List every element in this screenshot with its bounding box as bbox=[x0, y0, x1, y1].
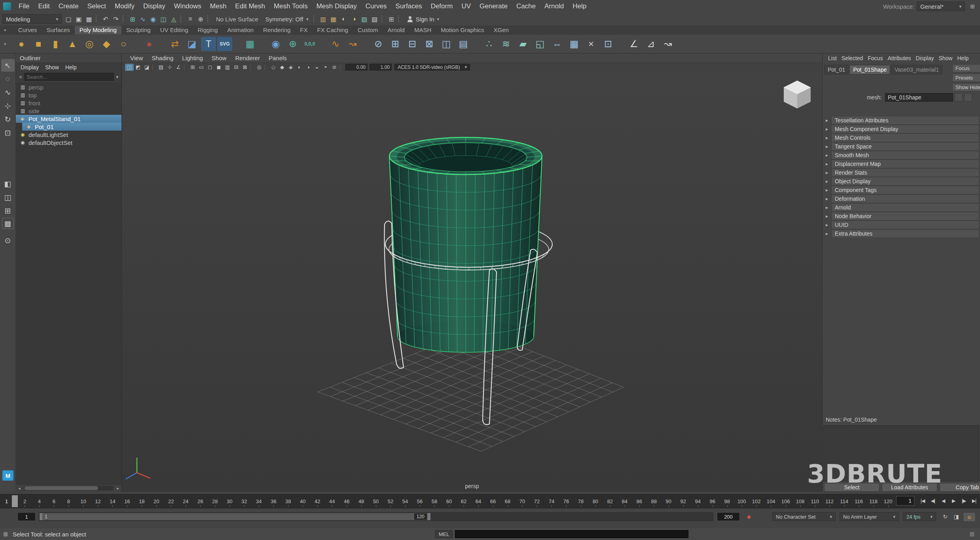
outliner-scrollbar[interactable]: ◂ ▸ bbox=[16, 484, 121, 492]
no-live-surface-label[interactable]: No Live Surface bbox=[212, 16, 262, 23]
snap-together-icon[interactable]: ⊕ bbox=[285, 36, 301, 52]
wireframe-icon[interactable]: ◇ bbox=[269, 64, 278, 71]
shelf-tab-poly-modeling[interactable]: Poly Modeling bbox=[75, 26, 121, 34]
select-tool[interactable]: ↖ bbox=[1, 59, 15, 72]
attribute-editor-menu-item[interactable]: Display bbox=[914, 55, 936, 61]
paint-effects-icon[interactable]: ▧ bbox=[370, 14, 380, 24]
attribute-editor-menu-item[interactable]: Attributes bbox=[885, 55, 913, 61]
attribute-section[interactable]: ▸ Tessellation Attributes bbox=[823, 116, 979, 124]
make-live-icon[interactable]: ◬ bbox=[169, 14, 179, 24]
attribute-section[interactable]: ▸ Deformation bbox=[823, 195, 979, 203]
loop-playback-icon[interactable]: ↻ bbox=[940, 512, 950, 521]
time-slider[interactable]: 1 24681012141618202224262830323436384042… bbox=[0, 494, 980, 508]
shelf-tab-fx[interactable]: FX bbox=[295, 26, 312, 34]
shelf-tab-xgen[interactable]: XGen bbox=[489, 26, 513, 34]
range-handle-right[interactable] bbox=[428, 513, 430, 520]
layout-single-pane[interactable]: ◧ bbox=[1, 177, 15, 190]
attribute-editor-button[interactable]: Load Attributes bbox=[882, 483, 937, 492]
snap-to-plane-icon[interactable]: ◫ bbox=[158, 14, 169, 24]
pencil-curve-icon[interactable]: ↝ bbox=[345, 36, 360, 52]
vertex-mode-icon[interactable]: ∴ bbox=[481, 36, 497, 52]
symmetry-icon[interactable]: ⇔ bbox=[549, 36, 565, 52]
sign-in-button[interactable]: Sign In ▾ bbox=[403, 16, 443, 23]
shadows-icon[interactable]: ◑ bbox=[304, 64, 313, 71]
lattice-icon[interactable]: ▦ bbox=[566, 36, 582, 52]
hide-attributes-icon[interactable] bbox=[955, 93, 963, 101]
zero-transform-icon[interactable]: 0,0,0 bbox=[302, 36, 318, 52]
attribute-section[interactable]: ▸ Mesh Component Display bbox=[823, 125, 979, 133]
menubar-item[interactable]: Display bbox=[139, 2, 170, 10]
poly-sphere-icon[interactable]: ● bbox=[13, 36, 29, 52]
poly-torus-icon[interactable]: ◎ bbox=[82, 36, 97, 52]
section-header[interactable]: Object Display bbox=[831, 177, 979, 186]
shelf-tab-rendering[interactable]: Rendering bbox=[258, 26, 295, 34]
playback-start-field[interactable]: 1 bbox=[17, 512, 36, 521]
command-line-input[interactable] bbox=[455, 530, 688, 538]
attribute-section[interactable]: ▸ Displacement Map bbox=[823, 160, 979, 168]
outliner-item-defaultlightset[interactable]: ◉ defaultLightSet bbox=[16, 131, 121, 139]
shelf-tab-mash[interactable]: MASH bbox=[409, 26, 436, 34]
expand-arrow-icon[interactable]: ▸ bbox=[823, 231, 831, 236]
menu-set-select[interactable]: Modeling ▾ bbox=[2, 14, 62, 24]
poly-cube-icon[interactable]: ■ bbox=[30, 36, 46, 52]
expand-arrow-icon[interactable]: ▸ bbox=[823, 222, 831, 228]
shelf-tab-arnold[interactable]: Arnold bbox=[383, 26, 409, 34]
expand-arrow-icon[interactable]: ▸ bbox=[823, 187, 831, 193]
mirror-icon[interactable]: ⇄ bbox=[167, 36, 183, 52]
outliner-item-front[interactable]: ▥ front bbox=[16, 99, 121, 107]
outliner-item-pot-metalstand[interactable]: ◈ Pot_MetalStand_01 bbox=[16, 115, 121, 123]
snap-to-curve-icon[interactable]: ∿ bbox=[138, 14, 148, 24]
view-transform-select[interactable]: ACES 1.0 SDR-video (sRGB) ▾ bbox=[394, 64, 470, 70]
outliner-menu-item[interactable]: Display bbox=[17, 64, 42, 70]
sculpt-tool-icon[interactable]: ● bbox=[141, 36, 157, 52]
shelf-options-icon[interactable]: ▾ bbox=[4, 28, 6, 33]
expand-arrow-icon[interactable]: ▸ bbox=[823, 126, 831, 132]
filter-menu-icon[interactable]: ≡ bbox=[19, 74, 22, 80]
range-handle-left[interactable] bbox=[40, 513, 42, 520]
expand-arrow-icon[interactable]: ▸ bbox=[823, 144, 831, 149]
outliner-item-side[interactable]: ▥ side bbox=[16, 107, 121, 115]
new-scene-icon[interactable]: ▢ bbox=[63, 14, 74, 24]
scrollbar-thumb[interactable] bbox=[25, 486, 98, 490]
menubar-item[interactable]: File bbox=[14, 2, 34, 10]
attribute-section[interactable]: ▸ Component Tags bbox=[823, 186, 979, 194]
measure-icon[interactable]: ⊿ bbox=[643, 36, 659, 52]
attribute-editor-button[interactable]: Select bbox=[824, 483, 880, 492]
attribute-section[interactable]: ▸ Mesh Controls bbox=[823, 134, 979, 142]
outliner-item-persp[interactable]: ▥ persp bbox=[16, 83, 121, 91]
bridge-icon[interactable]: ⊟ bbox=[404, 36, 420, 52]
attribute-section[interactable]: ▸ Object Display bbox=[823, 177, 979, 185]
target-weld-icon[interactable]: ⊡ bbox=[600, 36, 616, 52]
shaded-icon[interactable]: ◆ bbox=[278, 64, 286, 71]
grid-icon[interactable]: ⊞ bbox=[188, 64, 197, 71]
menubar-item[interactable]: Surfaces bbox=[391, 2, 426, 10]
expand-arrow-icon[interactable]: ▸ bbox=[823, 170, 831, 175]
expand-arrow-icon[interactable]: ▸ bbox=[823, 152, 831, 158]
pan-zoom-icon[interactable]: ⊹ bbox=[165, 64, 174, 71]
range-slider-range[interactable]: 1 120 bbox=[40, 513, 430, 520]
frame-ruler[interactable]: 2468101214161820222426283032343638404244… bbox=[17, 494, 895, 508]
scrollbar-track[interactable] bbox=[24, 486, 114, 491]
attribute-section[interactable]: ▸ Smooth Mesh bbox=[823, 151, 979, 159]
menubar-item[interactable]: Curves bbox=[361, 2, 391, 10]
menubar-item[interactable]: Modify bbox=[110, 2, 139, 10]
menubar-item[interactable]: Help bbox=[568, 2, 591, 10]
textured-icon[interactable]: ◈ bbox=[286, 64, 295, 71]
sculpt-pen-icon[interactable]: ↝ bbox=[660, 36, 676, 52]
safe-title-icon[interactable]: ⊠ bbox=[241, 64, 249, 71]
motion-blur-icon[interactable]: ◓ bbox=[321, 64, 330, 71]
poly-cylinder-icon[interactable]: ▮ bbox=[47, 36, 63, 52]
attribute-editor-menu-item[interactable]: Show bbox=[936, 55, 955, 61]
snap-to-point-icon[interactable]: ◉ bbox=[148, 14, 158, 24]
viewport-menu-item[interactable]: View bbox=[126, 55, 147, 61]
poly-disc-icon[interactable]: ○ bbox=[116, 36, 131, 52]
play-forwards-button[interactable]: ▶ bbox=[948, 496, 959, 506]
save-scene-icon[interactable]: ▦ bbox=[84, 14, 94, 24]
image-plane-icon[interactable]: ▤ bbox=[157, 64, 165, 71]
outliner-menu-item[interactable]: Show bbox=[42, 64, 62, 70]
viewport-menu-item[interactable]: Shading bbox=[147, 55, 178, 61]
shelf-menu-icon[interactable]: ▾ bbox=[4, 42, 6, 47]
section-header[interactable]: Mesh Component Display bbox=[831, 125, 979, 133]
scroll-left-icon[interactable]: ◂ bbox=[16, 486, 23, 491]
layout-two-pane[interactable]: ◫ bbox=[1, 191, 15, 203]
